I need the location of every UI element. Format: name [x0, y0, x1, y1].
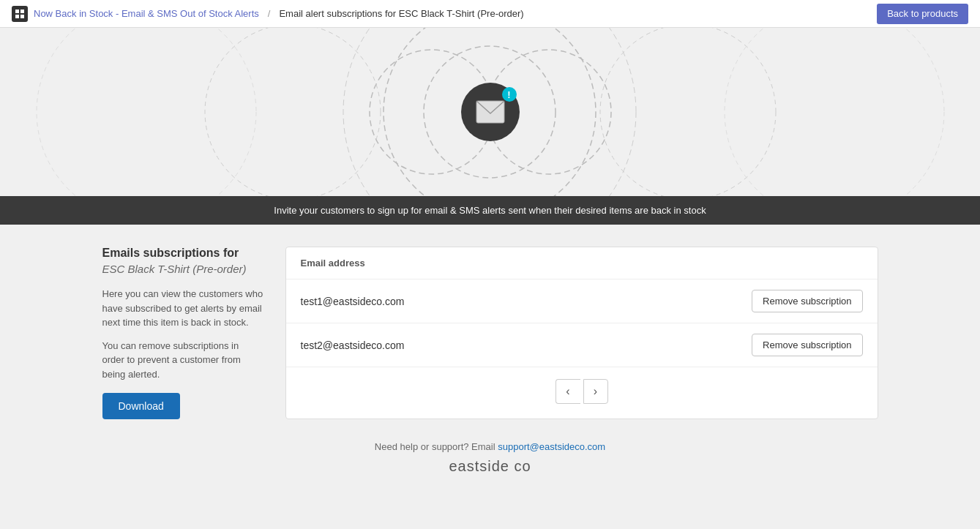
breadcrumb-separator: /	[268, 8, 271, 19]
email-address-2: test2@eastsideco.com	[301, 339, 405, 351]
sidebar-title: Emails subscriptions for	[102, 247, 263, 260]
table-row: test1@eastsideco.com Remove subscription	[286, 279, 878, 323]
email-icon	[476, 100, 505, 124]
hero-section: !	[0, 28, 980, 196]
sidebar: Emails subscriptions for ESC Black T-Shi…	[102, 247, 263, 419]
svg-point-9	[205, 28, 381, 196]
subscriptions-table: Email address test1@eastsideco.com Remov…	[285, 247, 878, 419]
support-label: Need help or support? Email	[375, 441, 495, 452]
svg-rect-1	[20, 10, 24, 13]
app-header: Now Back in Stock - Email & SMS Out of S…	[0, 0, 980, 28]
remove-subscription-button-2[interactable]: Remove subscription	[752, 334, 862, 356]
hero-icon-container: !	[461, 83, 520, 141]
svg-point-10	[600, 28, 776, 196]
hero-badge: !	[502, 87, 517, 102]
pagination-prev-button[interactable]: ‹	[556, 379, 580, 404]
sidebar-product-name: ESC Black T-Shirt (Pre-order)	[102, 263, 263, 275]
svg-rect-3	[20, 15, 24, 18]
brand-logo: eastside co	[0, 458, 980, 475]
page-footer: Need help or support? Email support@east…	[0, 441, 980, 489]
breadcrumb-app-link[interactable]: Now Back in Stock - Email & SMS Out of S…	[34, 8, 259, 19]
svg-rect-0	[15, 10, 19, 13]
svg-point-11	[37, 28, 256, 196]
app-logo-icon	[12, 6, 28, 22]
sidebar-desc-2: You can remove subscriptions in order to…	[102, 339, 263, 382]
svg-rect-2	[15, 15, 19, 18]
main-content: Emails subscriptions for ESC Black T-Shi…	[88, 247, 893, 419]
banner-text: Invite your customers to sign up for ema…	[274, 205, 706, 216]
breadcrumb: Now Back in Stock - Email & SMS Out of S…	[12, 6, 524, 22]
breadcrumb-current-page: Email alert subscriptions for ESC Black …	[279, 8, 523, 19]
remove-subscription-button-1[interactable]: Remove subscription	[752, 290, 862, 312]
support-email-link[interactable]: support@eastsideco.com	[498, 441, 605, 452]
table-column-header: Email address	[286, 247, 878, 279]
hero-email-icon-bg: !	[461, 83, 520, 141]
sidebar-desc-1: Here you can view the customers who have…	[102, 287, 263, 330]
back-to-products-button[interactable]: Back to products	[877, 4, 968, 24]
info-banner: Invite your customers to sign up for ema…	[0, 196, 980, 225]
pagination: ‹ ›	[286, 367, 878, 416]
email-address-1: test1@eastsideco.com	[301, 296, 405, 307]
svg-point-12	[725, 28, 944, 196]
pagination-next-button[interactable]: ›	[583, 379, 608, 404]
table-row: test2@eastsideco.com Remove subscription	[286, 323, 878, 367]
support-text: Need help or support? Email support@east…	[0, 441, 980, 452]
download-button[interactable]: Download	[102, 393, 180, 419]
